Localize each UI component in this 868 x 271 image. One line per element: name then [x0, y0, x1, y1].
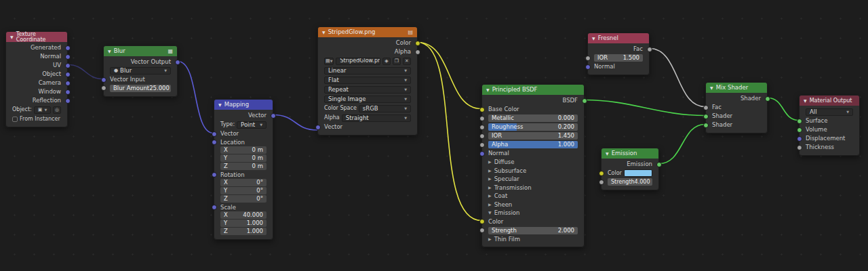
node-header[interactable]: ▼ Principled BSDF [482, 85, 584, 95]
type-dropdown[interactable]: Point▼ [237, 121, 267, 129]
chevron-down-icon[interactable]: ▼ [218, 103, 222, 107]
socket-scale-input[interactable] [212, 205, 217, 210]
socket-window-output[interactable] [65, 89, 71, 95]
socket-generated-output[interactable] [65, 45, 71, 51]
scale-z-field[interactable]: Z1.000 [220, 228, 267, 235]
panel-thin-film[interactable]: ▶Thin Film [482, 235, 584, 244]
wire-fresnel-to-mix-fac[interactable] [650, 49, 705, 107]
chevron-down-icon[interactable]: ▼ [108, 49, 111, 54]
socket-normal-output[interactable] [65, 54, 71, 60]
wire-blur-to-mapping[interactable] [178, 62, 214, 133]
socket-emission-output[interactable] [656, 162, 662, 167]
socket-shader2-input[interactable] [703, 123, 709, 128]
copy-image-icon[interactable]: ❐ [393, 58, 401, 65]
socket-roughness-input[interactable] [479, 125, 485, 130]
ior-slider[interactable]: IOR1.500 [594, 54, 643, 62]
location-z-field[interactable]: Z0 m [220, 163, 267, 170]
fake-user-icon[interactable]: ◈ [382, 58, 391, 65]
blur-amount-slider[interactable]: Blur Amount25.000 [110, 85, 171, 92]
metallic-slider[interactable]: Metallic0.000 [488, 114, 578, 122]
node-emission[interactable]: ▼ Emission Emission Color Strength4.000 [601, 148, 659, 190]
alpha-slider[interactable]: Alpha1.000 [488, 141, 578, 148]
ior-slider[interactable]: IOR1.450 [488, 132, 578, 140]
scale-y-field[interactable]: Y1.000 [220, 220, 267, 227]
socket-vector-output[interactable] [175, 60, 180, 65]
wire-color-to-basecolor[interactable] [418, 43, 481, 109]
alpha-mode-dropdown[interactable]: Straight▼ [342, 114, 411, 122]
socket-alpha-output[interactable] [415, 49, 420, 55]
unlink-image-icon[interactable]: ✕ [403, 58, 411, 65]
wire-uv-to-blur[interactable] [68, 65, 103, 79]
socket-vector-input[interactable] [315, 125, 321, 130]
panel-specular[interactable]: ▶Specular [482, 175, 584, 184]
panel-subsurface[interactable]: ▶Subsurface [482, 167, 584, 175]
wire-mix-to-output[interactable] [768, 98, 799, 121]
panel-transmission[interactable]: ▶Transmission [482, 184, 584, 192]
panel-diffuse[interactable]: ▶Diffuse [482, 158, 584, 167]
socket-alpha-input[interactable] [479, 142, 485, 148]
color-space-dropdown[interactable]: sRGB▼ [359, 105, 411, 112]
emission-strength-slider[interactable]: Strength2.000 [488, 227, 578, 234]
node-principled-bsdf[interactable]: ▼ Principled BSDF BSDF Base Color Metall… [481, 84, 585, 247]
from-instancer-checkbox[interactable] [12, 117, 18, 122]
scale-x-field[interactable]: X40.000 [220, 211, 267, 219]
node-image-texture[interactable]: ▼ StripedGlow.png ▤ Color Alpha ▤▼ Strip… [317, 26, 418, 136]
wire-mapping-to-image[interactable] [273, 115, 317, 131]
emission-color-swatch[interactable] [624, 169, 652, 177]
socket-uv-output[interactable] [65, 63, 71, 68]
socket-color-input[interactable] [599, 171, 604, 176]
socket-bsdf-output[interactable] [582, 98, 587, 104]
socket-emission-strength-input[interactable] [479, 228, 485, 233]
interpolation-dropdown[interactable]: Linear▼ [324, 67, 411, 75]
panel-coat[interactable]: ▶Coat [482, 192, 584, 201]
node-fresnel[interactable]: ▼ Fresnel Fac IOR1.500 Normal [587, 33, 650, 75]
socket-rotation-input[interactable] [212, 172, 217, 178]
blur-mode-dropdown[interactable]: ●Blur▼ [110, 67, 171, 75]
eyedropper-icon[interactable]: ◎ [53, 106, 61, 114]
socket-color-output[interactable] [415, 41, 420, 46]
socket-vector-input[interactable] [101, 77, 106, 83]
rotation-x-field[interactable]: X0° [220, 179, 267, 186]
image-name-field[interactable]: StripedGlow.png [336, 58, 380, 65]
socket-volume-input[interactable] [797, 127, 802, 133]
node-header[interactable]: ▼ Fresnel [588, 33, 649, 43]
socket-fac-input[interactable] [703, 105, 709, 110]
socket-vector-output[interactable] [271, 113, 276, 119]
socket-shader-output[interactable] [765, 96, 770, 102]
node-material-output[interactable]: ▼ Material Output All▼ Surface Volume Di… [799, 95, 860, 156]
strength-slider[interactable]: Strength4.000 [608, 178, 652, 186]
socket-vector-input[interactable] [212, 131, 217, 137]
socket-metallic-input[interactable] [479, 116, 485, 121]
location-x-field[interactable]: X0 m [220, 146, 267, 154]
chevron-down-icon[interactable]: ▼ [606, 152, 609, 156]
node-editor-canvas[interactable]: ▼ Texture Coordinate Generated Normal UV… [0, 0, 868, 271]
wire-bsdf-to-mix[interactable] [585, 100, 705, 116]
node-texture-coordinate[interactable]: ▼ Texture Coordinate Generated Normal UV… [5, 31, 68, 127]
node-header[interactable]: ▼ Texture Coordinate [6, 32, 67, 42]
socket-base-color-input[interactable] [479, 107, 485, 112]
node-mix-shader[interactable]: ▼ Mix Shader Shader Fac Shader Shader [705, 82, 768, 133]
node-header[interactable]: ▼ Blur ▦ [104, 46, 177, 56]
target-dropdown[interactable]: All▼ [806, 108, 853, 116]
node-header[interactable]: ▼ StripedGlow.png ▤ [318, 27, 417, 37]
projection-dropdown[interactable]: Flat▼ [324, 77, 411, 84]
node-blur[interactable]: ▼ Blur ▦ Vector Output ●Blur▼ Vector Inp… [103, 45, 178, 97]
socket-reflection-output[interactable] [65, 98, 71, 104]
source-dropdown[interactable]: Single Image▼ [324, 96, 411, 103]
panel-sheen[interactable]: ▶Sheen [482, 201, 584, 209]
node-header[interactable]: ▼ Emission [601, 148, 658, 159]
node-header[interactable]: ▼ Mapping [214, 100, 273, 110]
socket-camera-output[interactable] [65, 81, 71, 86]
socket-normal-input[interactable] [479, 151, 485, 157]
socket-location-input[interactable] [212, 140, 217, 145]
node-mapping[interactable]: ▼ Mapping Vector Type: Point▼ Vector Loc… [214, 99, 273, 240]
roughness-slider[interactable]: Roughness0.200 [488, 123, 578, 131]
socket-normal-input[interactable] [585, 64, 591, 70]
socket-ior-input[interactable] [479, 133, 485, 139]
chevron-down-icon[interactable]: ▼ [592, 37, 595, 41]
socket-blur-amount-input[interactable] [101, 85, 106, 91]
wire-emission-to-mix[interactable] [659, 125, 705, 164]
location-y-field[interactable]: Y0 m [220, 154, 267, 162]
socket-thickness-input[interactable] [797, 145, 802, 150]
rotation-y-field[interactable]: Y0° [220, 187, 267, 194]
